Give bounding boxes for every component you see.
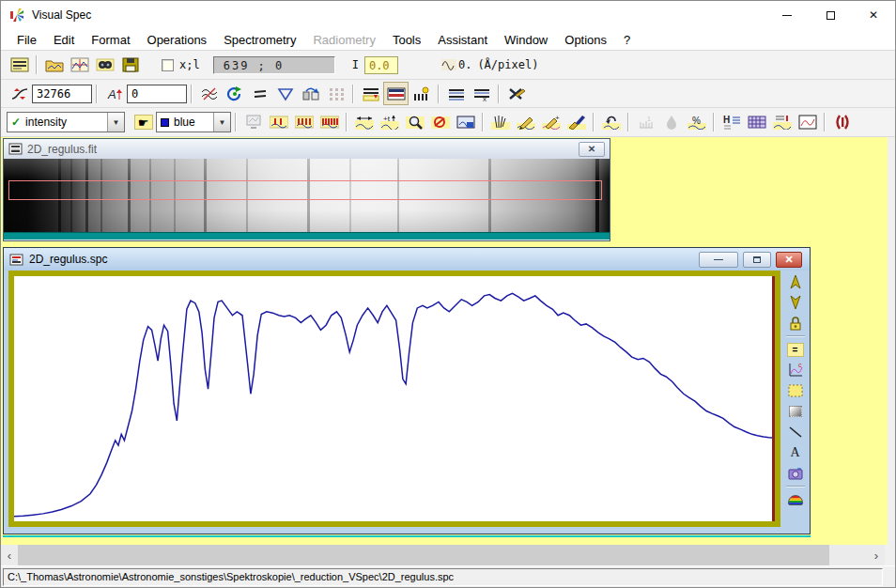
percent-curve-button[interactable]: % bbox=[684, 111, 709, 134]
scrollbar-thumb[interactable] bbox=[18, 545, 829, 565]
menu-spectrometry[interactable]: Spectrometry bbox=[215, 31, 304, 49]
menu-window[interactable]: Window bbox=[496, 31, 556, 49]
crop-region-button[interactable] bbox=[453, 111, 478, 134]
separator bbox=[36, 55, 38, 74]
resample-icon: 1 bbox=[638, 115, 655, 130]
unzoom-button[interactable] bbox=[427, 111, 453, 134]
audio-button[interactable] bbox=[829, 111, 855, 134]
menu-options[interactable]: Options bbox=[556, 31, 615, 49]
menu-assistant[interactable]: Assistant bbox=[429, 31, 496, 49]
select-two-lines-button[interactable] bbox=[291, 111, 317, 134]
barcode-reference-button[interactable] bbox=[409, 82, 434, 105]
double-line-button[interactable] bbox=[443, 82, 469, 105]
display-mode-select[interactable]: ✓intensity ▼ bbox=[7, 112, 125, 132]
spc-close-button[interactable]: ✕ bbox=[776, 252, 802, 268]
menu-format[interactable]: Format bbox=[83, 31, 138, 49]
offset-button[interactable]: A bbox=[101, 82, 127, 105]
brush-clean-button[interactable] bbox=[564, 111, 589, 134]
gain-curve-button[interactable] bbox=[7, 82, 32, 105]
hand-pick-button[interactable]: ☛ bbox=[131, 111, 156, 134]
horizontal-scrollbar[interactable]: ‹ › bbox=[1, 545, 885, 565]
rotate-button[interactable] bbox=[222, 82, 247, 105]
fit-window-titlebar[interactable]: 2D_regulus.fit ✕ bbox=[4, 139, 610, 159]
zoom-button[interactable] bbox=[402, 111, 427, 134]
spc-window-titlebar[interactable]: 2D_regulus.spc ✕ bbox=[4, 248, 810, 271]
dashed-square-icon bbox=[787, 383, 804, 398]
select-three-lines-button[interactable] bbox=[317, 111, 342, 134]
export-pen-button[interactable] bbox=[503, 82, 529, 105]
camera-button[interactable] bbox=[783, 463, 807, 484]
nav-up-button[interactable] bbox=[783, 271, 807, 292]
pen-color-select[interactable]: blue ▼ bbox=[156, 112, 231, 132]
diagonal-line-icon bbox=[787, 425, 804, 440]
pencil-add-button[interactable]: + bbox=[538, 111, 564, 134]
scrollbar-track[interactable] bbox=[829, 545, 868, 565]
fit-bottom-bar[interactable] bbox=[4, 232, 610, 240]
scroll-right-button[interactable]: › bbox=[868, 545, 885, 565]
menu-radiometry: Radiometry bbox=[304, 31, 383, 49]
periodic-table-button[interactable] bbox=[744, 111, 769, 134]
line-tool-button[interactable] bbox=[783, 422, 807, 442]
max-intensity-input[interactable] bbox=[32, 85, 92, 103]
element-lines-button[interactable]: H bbox=[718, 111, 744, 134]
minimize-button[interactable] bbox=[765, 1, 809, 29]
save-button[interactable] bbox=[117, 54, 143, 77]
maximize-button[interactable] bbox=[809, 1, 852, 29]
pencil-draw-button[interactable] bbox=[513, 111, 538, 134]
svg-text:1: 1 bbox=[647, 116, 651, 122]
menu-tools[interactable]: Tools bbox=[384, 31, 429, 49]
spectrum-plot[interactable] bbox=[8, 271, 780, 527]
equalize-button[interactable] bbox=[247, 82, 272, 105]
gradient-square-button[interactable] bbox=[783, 401, 807, 422]
fit-close-button[interactable]: ✕ bbox=[579, 142, 605, 157]
cut-profile-button[interactable] bbox=[196, 82, 222, 105]
svg-text:c: c bbox=[798, 362, 802, 368]
spc-window-buttons: ✕ bbox=[699, 252, 804, 268]
spc-window[interactable]: 2D_regulus.spc ✕ bbox=[3, 247, 811, 534]
separator bbox=[482, 113, 484, 132]
close-button[interactable]: ✕ bbox=[852, 1, 895, 29]
nav-down-button[interactable] bbox=[783, 292, 807, 313]
menu-help[interactable]: ? bbox=[615, 31, 639, 49]
dropdown-arrow-icon[interactable]: ▼ bbox=[107, 113, 124, 132]
double-line-remove-button[interactable]: x bbox=[469, 82, 494, 105]
undo-curve-button[interactable] bbox=[598, 111, 624, 134]
cut-profile-icon bbox=[200, 86, 219, 101]
scroll-left-button[interactable]: ‹ bbox=[1, 545, 18, 565]
swap-images-button[interactable] bbox=[298, 82, 323, 105]
gradient-nabla-button[interactable] bbox=[272, 82, 298, 105]
spc-restore-button[interactable] bbox=[743, 252, 771, 268]
comb-cut-button[interactable] bbox=[487, 111, 513, 134]
browse-profiles-button[interactable] bbox=[92, 54, 117, 77]
text-tool-button[interactable]: A bbox=[783, 442, 807, 463]
equals-button[interactable]: = bbox=[783, 339, 807, 360]
menu-edit[interactable]: Edit bbox=[45, 31, 83, 49]
profile-frame-button[interactable] bbox=[795, 111, 820, 134]
line-list-button[interactable] bbox=[769, 111, 795, 134]
coord-checkbox[interactable] bbox=[162, 59, 174, 71]
lock-button[interactable] bbox=[783, 313, 807, 333]
spc-right-toolbar: = c bbox=[780, 271, 810, 527]
chart-button[interactable]: c bbox=[783, 360, 807, 380]
fit-window[interactable]: 2D_regulus.fit ✕ bbox=[3, 138, 610, 241]
open-button[interactable] bbox=[41, 54, 67, 77]
colorize-flag-button[interactable] bbox=[383, 82, 409, 105]
dropdown-arrow-icon[interactable]: ▼ bbox=[213, 113, 230, 132]
rainbow-button[interactable] bbox=[783, 489, 807, 510]
intensity-label: I bbox=[352, 58, 359, 71]
menu-operations[interactable]: Operations bbox=[139, 31, 216, 49]
titlebar[interactable]: Visual Spec ✕ bbox=[1, 1, 895, 29]
element-lines-icon: H bbox=[722, 115, 741, 130]
display-profile-button[interactable] bbox=[67, 54, 92, 77]
spectrum-strip-image[interactable] bbox=[4, 159, 610, 232]
min-intensity-input[interactable] bbox=[127, 85, 187, 103]
series-manager-button[interactable] bbox=[7, 54, 32, 77]
dashed-square-button[interactable] bbox=[783, 380, 807, 401]
stretch-curve-button[interactable] bbox=[351, 111, 377, 134]
menu-file[interactable]: File bbox=[8, 31, 45, 49]
spc-minimize-button[interactable] bbox=[699, 252, 738, 268]
select-one-line-button[interactable] bbox=[266, 111, 291, 134]
shift-curve-button[interactable]: +t bbox=[377, 111, 402, 134]
overlay-profiles-button[interactable] bbox=[358, 82, 383, 105]
binning-zone-rect[interactable] bbox=[8, 180, 602, 199]
